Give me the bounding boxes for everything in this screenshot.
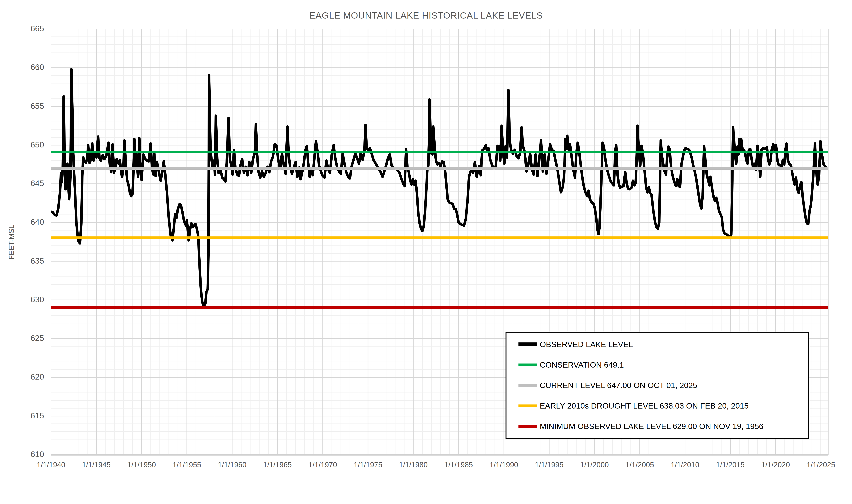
legend-row-current: CURRENT LEVEL 647.00 ON OCT 01, 2025 — [507, 381, 808, 390]
chart-canvas: EAGLE MOUNTAIN LAKE HISTORICAL LAKE LEVE… — [0, 0, 852, 504]
legend-box: OBSERVED LAKE LEVEL CONSERVATION 649.1 C… — [506, 331, 809, 439]
legend-label-observed: OBSERVED LAKE LEVEL — [540, 340, 633, 349]
y-tick-label-645: 645 — [11, 179, 44, 188]
legend-swatch-current — [519, 384, 537, 387]
y-axis-title: FEET-MSL — [7, 116, 16, 368]
y-tick-label-650: 650 — [11, 140, 44, 149]
y-tick-label-665: 665 — [11, 24, 44, 33]
y-tick-label-655: 655 — [11, 102, 44, 111]
y-tick-label-630: 630 — [11, 295, 44, 304]
legend-swatch-conservation — [519, 363, 537, 366]
y-tick-label-660: 660 — [11, 62, 44, 72]
legend-row-conservation: CONSERVATION 649.1 — [507, 360, 808, 370]
chart-title: EAGLE MOUNTAIN LAKE HISTORICAL LAKE LEVE… — [0, 10, 852, 21]
legend-row-minimum: MINIMUM OBSERVED LAKE LEVEL 629.00 ON NO… — [507, 422, 808, 431]
y-tick-label-620: 620 — [11, 372, 44, 381]
y-tick-label-610: 610 — [11, 450, 44, 459]
legend-swatch-drought — [519, 404, 537, 407]
legend-swatch-observed — [519, 342, 537, 346]
observed-lake-level-line — [51, 69, 827, 306]
legend-row-drought: EARLY 2010s DROUGHT LEVEL 638.03 ON FEB … — [507, 401, 808, 411]
legend-row-observed: OBSERVED LAKE LEVEL — [507, 340, 808, 349]
legend-label-current: CURRENT LEVEL 647.00 ON OCT 01, 2025 — [540, 381, 697, 390]
legend-label-conservation: CONSERVATION 649.1 — [540, 360, 624, 370]
x-tick-label-2025: 1/1/2025 — [792, 461, 850, 469]
y-tick-label-635: 635 — [11, 256, 44, 266]
legend-swatch-minimum — [519, 425, 537, 428]
legend-label-drought: EARLY 2010s DROUGHT LEVEL 638.03 ON FEB … — [540, 401, 749, 411]
y-tick-label-615: 615 — [11, 411, 44, 420]
y-tick-label-640: 640 — [11, 217, 44, 227]
y-tick-label-625: 625 — [11, 334, 44, 343]
legend-label-minimum: MINIMUM OBSERVED LAKE LEVEL 629.00 ON NO… — [540, 422, 763, 431]
